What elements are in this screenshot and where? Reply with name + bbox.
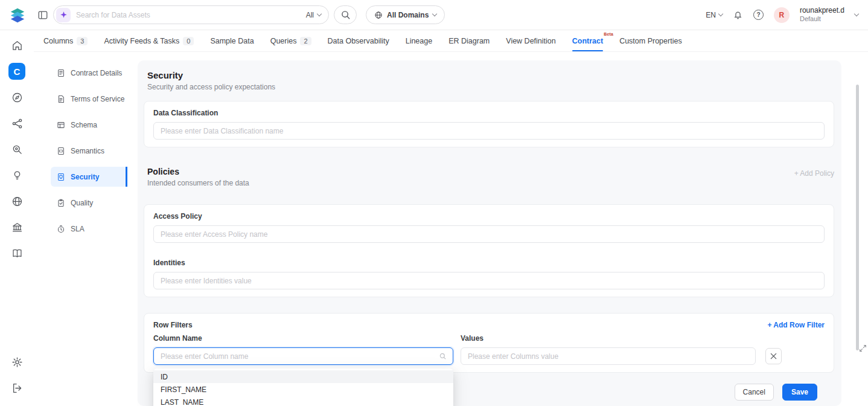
- lineage-nodes-icon[interactable]: [7, 113, 27, 134]
- nav-item-semantics[interactable]: Semantics: [51, 141, 127, 161]
- collate-app-icon[interactable]: C: [7, 61, 27, 82]
- explore-compass-icon[interactable]: [7, 87, 27, 108]
- search-input[interactable]: [76, 11, 306, 19]
- identities-input[interactable]: [161, 277, 817, 285]
- user-name: rounakpreet.d: [800, 6, 844, 15]
- row-filters-header: Row Filters + Add Row Filter: [153, 321, 825, 329]
- add-row-filter-button[interactable]: + Add Row Filter: [767, 321, 825, 329]
- tab-data-observability[interactable]: Data Observability: [328, 30, 389, 51]
- settings-gear-icon[interactable]: [7, 352, 27, 372]
- page-subtitle: Security and access policy expectations: [147, 83, 834, 91]
- tab-count-badge: 2: [300, 37, 311, 45]
- semantics-icon: [57, 147, 65, 155]
- govern-bank-icon[interactable]: [7, 217, 27, 237]
- remove-row-filter-button[interactable]: [765, 348, 782, 364]
- access-policy-label: Access Policy: [153, 212, 825, 221]
- cancel-button[interactable]: Cancel: [735, 384, 774, 401]
- column-name-dropdown: ID FIRST_NAME LAST_NAME: [153, 369, 453, 406]
- vertical-scrollbar[interactable]: [856, 85, 859, 350]
- values-field: Values: [461, 334, 782, 365]
- global-search[interactable]: All: [53, 5, 329, 24]
- header-right-cluster: EN ? R rounakpreet.d Default: [706, 6, 860, 24]
- collate-c-glyph: C: [8, 63, 25, 80]
- avatar[interactable]: R: [774, 7, 790, 23]
- search-button[interactable]: [334, 5, 357, 24]
- column-name-input[interactable]: [161, 352, 439, 361]
- column-name-label: Column Name: [153, 334, 453, 343]
- nav-item-contract-details[interactable]: Contract Details: [51, 63, 127, 83]
- nav-item-quality[interactable]: Quality: [51, 193, 127, 213]
- user-menu[interactable]: rounakpreet.d Default: [800, 6, 844, 24]
- schema-table-icon: [57, 121, 65, 129]
- language-value: EN: [706, 11, 716, 19]
- add-policy-button[interactable]: + Add Policy: [794, 169, 834, 178]
- notifications-bell-icon[interactable]: [733, 10, 743, 20]
- observability-icon[interactable]: [7, 139, 27, 160]
- policies-title: Policies: [147, 167, 249, 176]
- identities-label: Identities: [153, 259, 825, 267]
- access-policy-input[interactable]: [161, 230, 817, 239]
- ai-sparkle-icon[interactable]: [56, 8, 71, 22]
- values-input-wrap: [461, 347, 756, 365]
- policies-header: Policies Intended consumers of the data …: [144, 166, 834, 187]
- contract-details-icon: [57, 69, 65, 77]
- tab-contract[interactable]: Contract Beta: [572, 30, 603, 51]
- beta-badge: Beta: [604, 32, 613, 36]
- domains-label: All Domains: [387, 11, 429, 19]
- tab-sample-data[interactable]: Sample Data: [210, 30, 254, 51]
- tab-lineage[interactable]: Lineage: [406, 30, 433, 51]
- security-shield-icon: [57, 173, 65, 181]
- page-title: Security: [147, 70, 834, 80]
- tab-count-badge: 0: [183, 37, 194, 45]
- data-classification-label: Data Classification: [153, 109, 825, 117]
- save-button[interactable]: Save: [782, 384, 817, 401]
- access-policy-input-wrap: [153, 225, 825, 243]
- top-header: All All Domains EN ? R rounakpreet.d Def…: [0, 0, 868, 30]
- data-classification-input[interactable]: [161, 127, 817, 135]
- terms-of-service-icon: [57, 95, 65, 103]
- identities-input-wrap: [153, 272, 825, 289]
- values-input[interactable]: [468, 352, 748, 361]
- knowledge-center-icon[interactable]: [7, 243, 27, 263]
- logout-icon[interactable]: [7, 378, 27, 398]
- row-filters-card: Row Filters + Add Row Filter Column Name…: [144, 313, 834, 373]
- sidebar-toggle-icon[interactable]: [37, 10, 48, 21]
- resize-handle-icon[interactable]: [859, 344, 867, 352]
- column-name-input-wrap: [153, 347, 453, 365]
- dropdown-option[interactable]: FIRST_NAME: [153, 383, 453, 396]
- tab-custom-properties[interactable]: Custom Properties: [619, 30, 682, 51]
- help-icon[interactable]: ?: [753, 10, 764, 20]
- column-name-field: Column Name ID FIRST_NAME LAST_NAME: [153, 334, 453, 365]
- home-icon[interactable]: [7, 35, 27, 56]
- language-dropdown[interactable]: EN: [706, 11, 723, 19]
- tab-er-diagram[interactable]: ER Diagram: [448, 30, 490, 51]
- insights-icon[interactable]: [7, 165, 27, 185]
- nav-item-sla[interactable]: SLA: [51, 219, 127, 239]
- tab-columns[interactable]: Columns 3: [43, 30, 88, 51]
- contract-section-nav: Contract Details Terms of Service Schema…: [51, 63, 127, 245]
- nav-item-terms-of-service[interactable]: Terms of Service: [51, 89, 127, 109]
- dropdown-option[interactable]: ID: [153, 370, 453, 383]
- security-panel: Security Security and access policy expe…: [138, 60, 841, 406]
- dropdown-option[interactable]: LAST_NAME: [153, 396, 453, 406]
- domains-dropdown[interactable]: All Domains: [366, 5, 445, 24]
- values-label: Values: [461, 334, 756, 343]
- user-menu-chevron-icon[interactable]: [854, 11, 859, 16]
- domains-globe-icon[interactable]: [7, 191, 27, 211]
- row-filter-row: Column Name ID FIRST_NAME LAST_NAME: [153, 334, 825, 365]
- chevron-down-icon: [718, 11, 723, 16]
- search-scope-value: All: [306, 11, 314, 19]
- tab-activity-feeds[interactable]: Activity Feeds & Tasks 0: [104, 30, 194, 51]
- tab-view-definition[interactable]: View Definition: [506, 30, 555, 51]
- chevron-down-icon: [317, 11, 322, 16]
- access-policy-card: Access Policy Identities: [144, 204, 834, 297]
- policies-subtitle: Intended consumers of the data: [147, 179, 249, 187]
- nav-item-security[interactable]: Security: [51, 167, 127, 187]
- tab-count-badge: 3: [77, 37, 88, 45]
- tab-queries[interactable]: Queries 2: [270, 30, 311, 51]
- data-classification-input-wrap: [153, 122, 825, 140]
- nav-item-schema[interactable]: Schema: [51, 115, 127, 135]
- data-classification-card: Data Classification: [144, 101, 834, 147]
- app-logo[interactable]: [8, 6, 27, 24]
- search-scope-dropdown[interactable]: All: [306, 11, 321, 19]
